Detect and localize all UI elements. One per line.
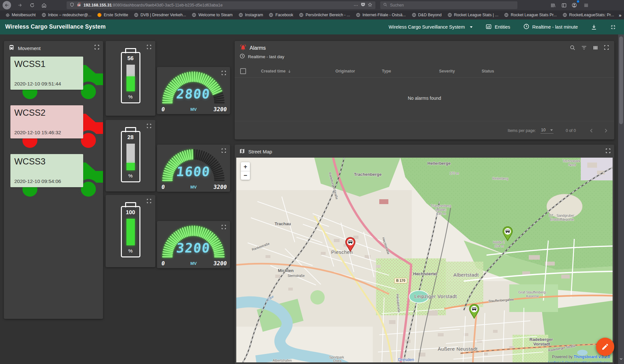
bookmark-item[interactable]: Meistbesucht bbox=[3, 10, 39, 20]
alarms-title: Alarms bbox=[240, 44, 266, 52]
expand-icon[interactable] bbox=[605, 148, 611, 154]
column-header-severity[interactable]: Severity bbox=[439, 69, 455, 73]
leaflet-attribution[interactable]: Leaflet | © OpenStreetMap contributors bbox=[548, 360, 610, 362]
next-page-button[interactable] bbox=[603, 127, 609, 134]
globe-icon bbox=[192, 13, 196, 17]
globe-icon bbox=[563, 13, 567, 17]
map-label: Hellerberge bbox=[427, 161, 451, 166]
movement-item[interactable]: WCSS12020-12-10 09:51:44 bbox=[10, 54, 103, 103]
pocket-icon[interactable] bbox=[361, 2, 365, 8]
scrollbar-thumb[interactable] bbox=[619, 36, 623, 124]
battery-widget: 56 % bbox=[106, 41, 155, 116]
scroll-down-chevron-icon[interactable] bbox=[619, 357, 623, 361]
alarms-timewindow[interactable]: Realtime - last day bbox=[240, 53, 284, 60]
map-canvas[interactable]: B 170 + − Powered by Thingsboard v.3.2.0… bbox=[236, 158, 613, 362]
column-header-type[interactable]: Type bbox=[382, 69, 391, 73]
movement-item[interactable]: WCSS22020-12-10 15:46:32 bbox=[10, 103, 103, 151]
items-per-page-select[interactable]: 10 bbox=[540, 128, 553, 134]
empty-table-text: No alarms found bbox=[235, 96, 614, 101]
insecure-lock-icon[interactable] bbox=[77, 2, 81, 8]
bookmark-item[interactable]: DVB | Dresdner Verkeh... bbox=[131, 10, 189, 20]
back-button[interactable] bbox=[3, 1, 11, 9]
movement-label: WCSS22020-12-10 15:46:32 bbox=[10, 105, 83, 138]
expand-icon[interactable] bbox=[94, 45, 99, 50]
battery-gauge: 28 % bbox=[121, 131, 140, 182]
zoom-in-button[interactable]: + bbox=[241, 162, 250, 171]
bookmark-item[interactable]: Rocket League Stats | ... bbox=[445, 10, 501, 20]
forward-button[interactable] bbox=[16, 1, 24, 9]
bookmark-item[interactable]: Persönlicher Bereich - ... bbox=[296, 10, 353, 20]
expand-icon[interactable] bbox=[146, 45, 152, 50]
map-marker-green[interactable] bbox=[469, 304, 480, 319]
bookmarks-overflow-chevron[interactable]: » bbox=[619, 12, 621, 18]
map-marker-red[interactable] bbox=[345, 237, 356, 252]
entities-button[interactable]: Entities bbox=[486, 23, 510, 31]
shield-icon[interactable] bbox=[70, 2, 74, 8]
zoom-out-button[interactable]: − bbox=[241, 171, 250, 180]
browser-toolbar: 192.168.155.31:8080/dashboards/9aeb43d0-… bbox=[0, 0, 624, 10]
page-actions-icon[interactable]: ⋯ bbox=[354, 3, 358, 8]
battery-value: 100 bbox=[122, 209, 139, 216]
movement-label: WCSS12020-12-10 09:51:44 bbox=[10, 57, 83, 90]
divider bbox=[235, 77, 614, 78]
expand-icon[interactable] bbox=[146, 199, 152, 204]
expand-icon[interactable] bbox=[604, 45, 609, 51]
movement-item[interactable]: WCSS32020-12-10 09:54:06 bbox=[10, 151, 103, 200]
url-bar[interactable]: 192.168.155.31:8080/dashboards/9aeb43d0-… bbox=[67, 1, 375, 9]
library-icon[interactable] bbox=[549, 1, 557, 9]
timewindow-button[interactable]: Realtime - last minute bbox=[523, 23, 578, 31]
map-label: Trachenberge bbox=[354, 172, 382, 177]
dashboard-state-selector[interactable]: Wireless Cargo Surveillance System bbox=[389, 24, 473, 30]
bookmark-item[interactable]: Rocket League Stats Pr... bbox=[501, 10, 560, 20]
globe-icon bbox=[448, 13, 452, 17]
entity-timestamp: 2020-12-10 09:51:44 bbox=[14, 81, 61, 87]
sort-arrow-icon bbox=[287, 69, 292, 73]
bookmark-item[interactable]: Internet-Filiale - Ostsä... bbox=[353, 10, 409, 20]
menu-icon[interactable] bbox=[582, 1, 590, 9]
bookmark-item[interactable]: D&D Beyond bbox=[409, 10, 445, 20]
bookmark-item[interactable]: Facebook bbox=[266, 10, 296, 20]
account-notification-dot bbox=[577, 0, 579, 3]
battery-gauge: 100 % bbox=[121, 206, 140, 257]
column-header-originator[interactable]: Originator bbox=[335, 69, 355, 73]
bookmark-star-icon[interactable] bbox=[368, 2, 372, 8]
bookmark-item[interactable]: Welcome to Steam bbox=[189, 10, 235, 20]
columns-icon[interactable] bbox=[592, 45, 598, 51]
sidebar-icon[interactable] bbox=[560, 1, 568, 9]
chevron-down-icon bbox=[470, 26, 473, 28]
battery-unit: % bbox=[122, 173, 139, 178]
map-marker-green[interactable] bbox=[502, 226, 513, 241]
account-icon[interactable] bbox=[570, 1, 578, 9]
home-button[interactable] bbox=[40, 1, 48, 9]
entities-icon bbox=[486, 23, 492, 31]
column-header-status[interactable]: Status bbox=[482, 69, 494, 73]
bookmark-item[interactable]: RocketLeagueStats: Pr... bbox=[560, 10, 617, 20]
search-icon[interactable] bbox=[570, 45, 576, 51]
map-label: Reiterberg bbox=[492, 176, 508, 180]
bookmark-label: Erste Schritte bbox=[104, 13, 128, 17]
globe-icon bbox=[134, 13, 138, 17]
select-all-checkbox[interactable] bbox=[240, 68, 246, 74]
column-header-created-time[interactable]: Created time bbox=[261, 69, 292, 73]
bookmark-label: Facebook bbox=[275, 13, 293, 17]
gauge-max-label: 3200 bbox=[213, 106, 227, 112]
previous-page-button[interactable] bbox=[588, 127, 595, 134]
bookmark-item[interactable]: Inbox – redeutscher@... bbox=[39, 10, 95, 20]
battery-widget: 100 % bbox=[106, 195, 155, 267]
bookmark-label: D&D Beyond bbox=[418, 13, 442, 17]
battery-fill-segment bbox=[126, 76, 135, 91]
bookmark-item[interactable]: Erste Schritte bbox=[94, 10, 131, 20]
export-button[interactable] bbox=[591, 24, 597, 30]
filter-icon[interactable] bbox=[581, 45, 587, 51]
bookmark-label: DVB | Dresdner Verkeh... bbox=[140, 13, 186, 17]
expand-icon[interactable] bbox=[146, 124, 152, 129]
bookmark-label: Rocket League Stats | ... bbox=[454, 13, 499, 17]
search-input[interactable]: Suchen bbox=[380, 1, 517, 9]
map-label: Ostra bbox=[333, 359, 342, 362]
map-label: 195 m bbox=[436, 212, 446, 215]
reload-button[interactable] bbox=[28, 1, 36, 9]
edit-dashboard-fab[interactable] bbox=[596, 338, 614, 356]
bookmark-item[interactable]: Instagram bbox=[236, 10, 266, 20]
exit-fullscreen-button[interactable] bbox=[610, 24, 616, 30]
screen: 192.168.155.31:8080/dashboards/9aeb43d0-… bbox=[0, 0, 624, 364]
